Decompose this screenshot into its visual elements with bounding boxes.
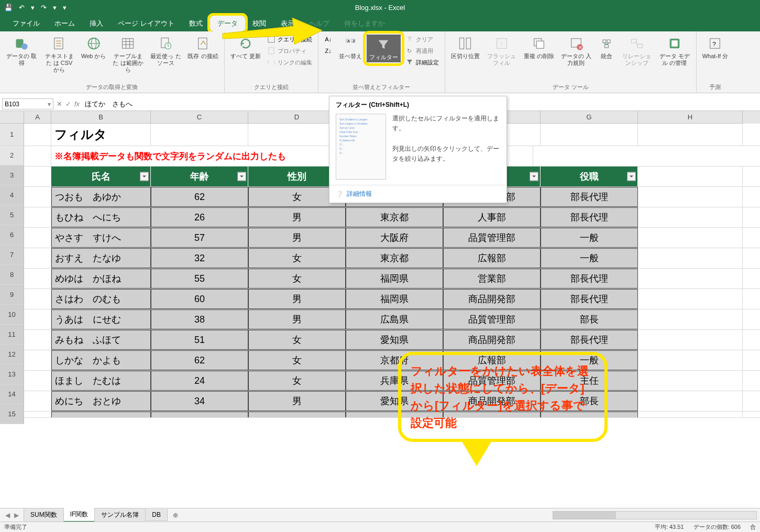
row-header[interactable]: 15: [0, 404, 24, 424]
sheet-tab[interactable]: サンプル名簿: [94, 508, 146, 522]
row-header[interactable]: 3: [0, 165, 24, 185]
cell[interactable]: [24, 289, 51, 309]
cell[interactable]: [638, 330, 743, 350]
horizontal-scrollbar[interactable]: [553, 511, 757, 519]
cell[interactable]: 男: [248, 228, 346, 248]
remove-duplicates-button[interactable]: 重複 の削除: [521, 34, 557, 61]
cell[interactable]: [24, 124, 51, 146]
cell[interactable]: 38: [151, 309, 248, 329]
row-header[interactable]: 12: [0, 345, 24, 364]
cell[interactable]: 24: [151, 371, 248, 391]
cell[interactable]: 愛知県: [346, 330, 443, 350]
cell[interactable]: 女: [248, 330, 346, 350]
clear-filter-button[interactable]: クリア: [403, 34, 442, 45]
row-header[interactable]: 2: [0, 146, 24, 165]
cell[interactable]: 部長: [541, 309, 638, 329]
cell[interactable]: 広報部: [443, 248, 541, 268]
row-header[interactable]: 11: [0, 325, 24, 345]
cell[interactable]: [638, 124, 743, 146]
row-header[interactable]: 13: [0, 364, 24, 384]
cell[interactable]: [24, 350, 51, 370]
cell[interactable]: [51, 412, 151, 418]
cell[interactable]: [638, 309, 743, 329]
col-header[interactable]: G: [541, 111, 638, 124]
undo-icon[interactable]: ↶: [19, 4, 25, 12]
cell[interactable]: [638, 350, 743, 370]
cell[interactable]: 女: [248, 248, 346, 268]
cell[interactable]: [24, 167, 51, 186]
row-header[interactable]: 8: [0, 265, 24, 285]
from-text-csv-button[interactable]: テキストまた は CSV から: [41, 34, 78, 75]
cell[interactable]: 55: [151, 269, 248, 289]
cell[interactable]: 62: [151, 187, 248, 207]
row-header[interactable]: 7: [0, 245, 24, 265]
cell[interactable]: 商品開発部: [443, 289, 541, 309]
cell[interactable]: [24, 391, 51, 411]
manage-data-model-button[interactable]: データ モデル の管理: [656, 34, 693, 68]
cell[interactable]: 32: [151, 248, 248, 268]
cell[interactable]: 役職: [541, 167, 638, 186]
cell[interactable]: [24, 248, 51, 268]
row-header[interactable]: 10: [0, 305, 24, 325]
tab-insert[interactable]: 挿入: [82, 16, 111, 31]
get-data-button[interactable]: データの 取得: [3, 34, 40, 68]
cell[interactable]: みもね ふほて: [51, 330, 151, 350]
text-to-columns-button[interactable]: 区切り位置: [448, 34, 482, 61]
filter-dropdown-button[interactable]: [530, 172, 538, 181]
filter-dropdown-button[interactable]: [140, 172, 149, 181]
cell[interactable]: [638, 187, 743, 207]
row-header[interactable]: 1: [0, 124, 24, 146]
row-header[interactable]: 5: [0, 205, 24, 225]
cell[interactable]: [638, 412, 743, 418]
existing-connections-button[interactable]: 既存 の接続: [185, 34, 221, 61]
sort-az-button[interactable]: A↓: [322, 34, 335, 45]
cell[interactable]: もひね へにち: [51, 207, 151, 227]
cell[interactable]: 氏名: [51, 167, 151, 186]
row-header[interactable]: 14: [0, 384, 24, 404]
tab-page-layout[interactable]: ページ レイアウト: [111, 16, 182, 31]
cell[interactable]: [24, 412, 51, 418]
tab-file[interactable]: ファイル: [5, 16, 47, 31]
redo-icon[interactable]: ↷: [41, 4, 47, 12]
flash-fill-button[interactable]: フラッシュ フィル: [483, 34, 520, 68]
col-header[interactable]: C: [151, 111, 248, 124]
cell[interactable]: 部長代理: [541, 330, 638, 350]
cell[interactable]: [24, 207, 51, 227]
cell[interactable]: さはわ のむも: [51, 289, 151, 309]
cell[interactable]: 男: [248, 207, 346, 227]
cell[interactable]: フィルタ: [51, 124, 151, 146]
cancel-icon[interactable]: ✕: [57, 100, 62, 108]
cell[interactable]: 部長代理: [541, 207, 638, 227]
enter-icon[interactable]: ✓: [65, 100, 71, 108]
row-header[interactable]: 9: [0, 285, 24, 305]
cell[interactable]: やさす すけへ: [51, 228, 151, 248]
relationships-button[interactable]: リレーションシップ: [619, 34, 655, 68]
row-header[interactable]: 4: [0, 185, 24, 205]
cell[interactable]: うあは にせむ: [51, 309, 151, 329]
cell[interactable]: 営業部: [443, 269, 541, 289]
cell[interactable]: 大阪府: [346, 228, 443, 248]
col-header[interactable]: H: [638, 111, 743, 124]
cell[interactable]: 年齢: [151, 167, 248, 186]
name-box[interactable]: B103▾: [2, 98, 53, 109]
save-icon[interactable]: 💾: [4, 4, 13, 12]
tab-tellme[interactable]: 何をしますか: [337, 16, 392, 31]
tooltip-more-link[interactable]: ❔ 詳細情報: [329, 185, 506, 203]
cell[interactable]: [24, 228, 51, 248]
recent-sources-button[interactable]: 最近使っ たソース: [147, 34, 184, 68]
cell[interactable]: [638, 371, 743, 391]
cell[interactable]: めにち おとゆ: [51, 391, 151, 411]
cell[interactable]: 34: [151, 391, 248, 411]
what-if-button[interactable]: ?What-If 分: [700, 34, 731, 61]
cell[interactable]: 男: [248, 289, 346, 309]
filter-dropdown-button[interactable]: [237, 172, 246, 181]
cell[interactable]: [24, 187, 51, 207]
tab-help[interactable]: ヘルプ: [302, 16, 337, 31]
cell[interactable]: 一般: [541, 228, 638, 248]
cell[interactable]: [24, 146, 51, 166]
cell[interactable]: ほまし たむは: [51, 371, 151, 391]
cell[interactable]: 男: [248, 309, 346, 329]
sort-button[interactable]: AZ並べ替え: [336, 34, 365, 61]
filter-button[interactable]: フィルター: [367, 35, 401, 62]
cell[interactable]: 商品開発部: [443, 330, 541, 350]
